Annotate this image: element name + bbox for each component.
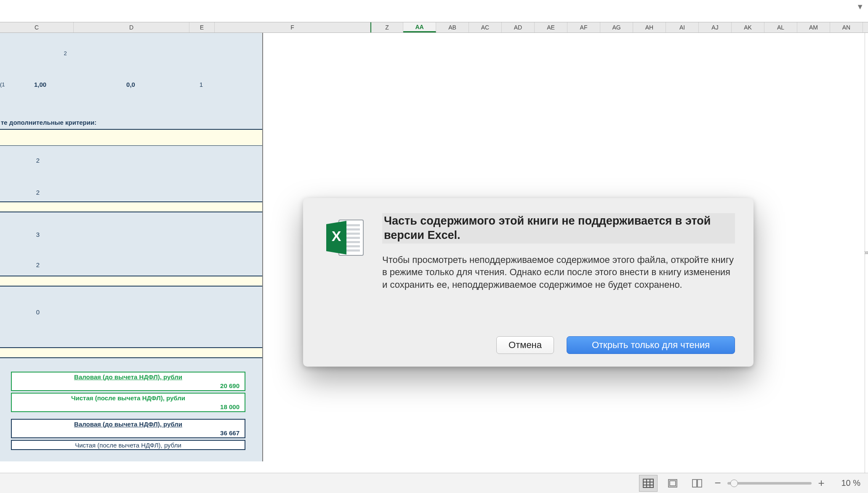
cell[interactable]: 2 xyxy=(0,261,76,268)
excel-app-icon: X xyxy=(322,213,368,354)
compatibility-dialog: X Часть содержимого этой книги не поддер… xyxy=(303,198,754,367)
column-header-AE[interactable]: AE xyxy=(535,22,567,32)
zoom-out-button[interactable]: − xyxy=(712,477,723,490)
column-header-AK[interactable]: AK xyxy=(732,22,764,32)
net-green-label: Чистая (после вычета НДФЛ), рубли xyxy=(12,394,245,402)
column-header-AA[interactable]: AA xyxy=(403,22,436,32)
column-header-AB[interactable]: AB xyxy=(436,22,469,32)
worksheet-area[interactable]: 2 (1 1,00 0,0 1 те дополнительные критер… xyxy=(0,33,263,461)
column-header-E[interactable]: E xyxy=(189,22,215,32)
gross-navy-label: Валовая (до вычета НДФЛ), рубли xyxy=(12,420,245,428)
cancel-button[interactable]: Отмена xyxy=(496,336,554,354)
column-header-F[interactable]: F xyxy=(215,22,370,32)
column-header-D[interactable]: D xyxy=(74,22,189,32)
zoom-in-button[interactable]: + xyxy=(816,477,827,490)
column-header-AN[interactable]: AN xyxy=(830,22,863,32)
svg-rect-17 xyxy=(692,480,697,487)
view-page-layout-button[interactable] xyxy=(663,475,682,492)
column-header-AG[interactable]: AG xyxy=(600,22,633,32)
svg-text:X: X xyxy=(332,228,341,244)
net-navy-label: Чистая (после вычета НДФЛ), рубли xyxy=(12,441,245,449)
column-header-AM[interactable]: AM xyxy=(797,22,830,32)
svg-rect-16 xyxy=(670,481,676,486)
column-header-AL[interactable]: AL xyxy=(764,22,797,32)
column-header-C[interactable]: C xyxy=(0,22,74,32)
column-header-AJ[interactable]: AJ xyxy=(699,22,732,32)
gross-navy-value: 36 667 xyxy=(220,429,245,437)
column-header-AD[interactable]: AD xyxy=(502,22,535,32)
ribbon-collapse-chevron[interactable]: ▼ xyxy=(856,3,864,11)
zoom-level-label[interactable]: 10 % xyxy=(831,478,860,488)
right-gutter: я xyxy=(865,33,868,473)
column-header-AH[interactable]: AH xyxy=(633,22,666,32)
cell[interactable]: 1,00 xyxy=(8,81,73,88)
cell[interactable]: 1 xyxy=(189,81,214,88)
gross-green-value: 20 690 xyxy=(220,382,245,389)
svg-rect-10 xyxy=(643,479,653,488)
cell[interactable]: (1 xyxy=(0,81,8,88)
column-header-row: CDEFZAAABACADAEAFAGAHAIAJAKALAMAN xyxy=(0,22,868,33)
criteria-label: те дополнительные критерии: xyxy=(0,119,96,126)
dialog-title: Часть содержимого этой книги не поддержи… xyxy=(382,213,735,244)
open-readonly-button[interactable]: Открыть только для чтения xyxy=(567,336,735,354)
cell[interactable]: 0,0 xyxy=(73,81,189,88)
status-bar: − + 10 % xyxy=(0,473,868,493)
cell[interactable]: 3 xyxy=(0,231,76,238)
gross-green-label: Валовая (до вычета НДФЛ), рубли xyxy=(12,372,245,380)
view-normal-button[interactable] xyxy=(639,475,658,492)
cell[interactable]: 2 xyxy=(0,157,76,164)
view-page-break-button[interactable] xyxy=(688,475,706,492)
dialog-body: Чтобы просмотреть неподдерживаемое содер… xyxy=(382,254,735,291)
cell[interactable]: 0 xyxy=(0,308,76,316)
column-header-Z[interactable]: Z xyxy=(370,22,403,32)
cell[interactable]: 2 xyxy=(0,189,76,196)
net-green-value: 18 000 xyxy=(220,403,245,410)
column-header-AC[interactable]: AC xyxy=(469,22,502,32)
column-header-AF[interactable]: AF xyxy=(567,22,600,32)
zoom-slider[interactable] xyxy=(727,482,812,485)
column-header-AI[interactable]: AI xyxy=(666,22,699,32)
cell[interactable]: 2 xyxy=(0,50,130,56)
svg-rect-18 xyxy=(698,480,702,487)
